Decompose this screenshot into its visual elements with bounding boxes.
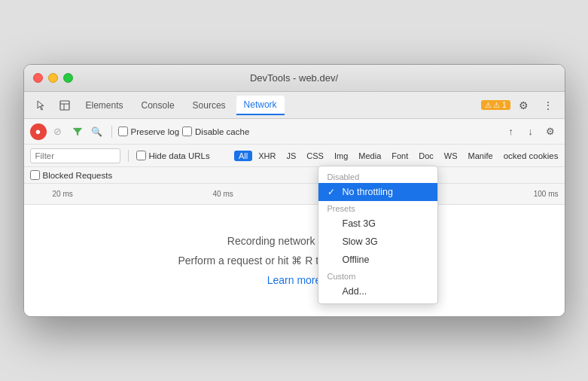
dropdown-item-slow-3g[interactable]: Slow 3G	[318, 233, 437, 251]
upload-icon: ↑	[508, 126, 513, 137]
badge-count: ⚠ 1	[493, 101, 506, 109]
warning-icon: ⚠	[485, 101, 492, 109]
timeline-mark: 100 ms	[534, 190, 559, 198]
stop-button[interactable]: ⊘	[50, 123, 66, 140]
stop-icon: ⊘	[53, 126, 62, 137]
hide-data-urls-text: Hide data URLs	[149, 151, 210, 160]
blocked-cookies-text: ocked cookies	[504, 151, 559, 160]
type-filter-img[interactable]: Img	[330, 151, 352, 161]
type-filters: AllXHRJSCSSImgMediaFontDocWSManife	[234, 151, 498, 161]
timeline-mark: 20 ms	[53, 190, 73, 198]
upload-button[interactable]: ↑	[503, 123, 519, 140]
search-icon: 🔍	[91, 126, 102, 137]
type-filter-media[interactable]: Media	[354, 151, 385, 161]
dropdown-section-label: Disabled	[318, 169, 437, 183]
filter-divider	[128, 150, 129, 162]
dropdown-item-addadd[interactable]: Add...	[318, 282, 437, 300]
tab-console[interactable]: Console	[134, 96, 182, 115]
settings-tab-icon[interactable]: ⚙	[513, 95, 535, 116]
blocked-requests-row: Blocked Requests	[24, 167, 565, 184]
toolbar: ● ⊘ 🔍 Preserve log Disable cache	[24, 119, 565, 145]
content-area: Recording network activity… Perform a re…	[24, 205, 565, 316]
blocked-requests-label: Blocked Requests	[43, 171, 113, 180]
dropdown-item-fast-3g[interactable]: Fast 3G	[318, 215, 437, 233]
throttle-settings-icon: ⚙	[546, 126, 555, 137]
record-icon: ●	[35, 126, 41, 137]
title-bar: DevTools - web.dev/	[24, 65, 565, 92]
type-filter-ws[interactable]: WS	[440, 151, 462, 161]
disable-cache-label[interactable]: Disable cache	[182, 126, 249, 136]
type-filter-css[interactable]: CSS	[302, 151, 328, 161]
dropdown-item-label: No throttling	[343, 187, 393, 197]
toolbar-divider-1	[111, 126, 112, 138]
tab-network[interactable]: Network	[236, 96, 285, 115]
devtools-body: ● ⊘ 🔍 Preserve log Disable cache	[24, 119, 565, 316]
filter-input[interactable]	[30, 148, 120, 163]
timeline-marks: 20 ms40 ms60 ms100 ms	[30, 190, 559, 198]
minimize-button[interactable]	[48, 73, 58, 83]
more-tab-icon[interactable]: ⋮	[538, 95, 559, 116]
type-filter-font[interactable]: Font	[387, 151, 413, 161]
type-filter-js[interactable]: JS	[282, 151, 301, 161]
throttle-dropdown[interactable]: Disabled✓No throttlingPresetsFast 3GSlow…	[318, 166, 438, 304]
preserve-log-text: Preserve log	[131, 127, 180, 136]
tab-right-icons: ⚠ ⚠ 1 ⚙ ⋮	[481, 95, 558, 116]
download-button[interactable]: ↓	[522, 123, 539, 140]
window-title: DevTools - web.dev/	[250, 72, 338, 84]
dropdown-item-label: Slow 3G	[343, 236, 378, 247]
timeline-mark: 40 ms	[213, 190, 233, 198]
tab-sources[interactable]: Sources	[185, 96, 233, 115]
traffic-lights	[33, 73, 73, 83]
filter-button[interactable]	[69, 123, 86, 140]
dropdown-item-label: Offline	[343, 255, 370, 265]
timeline-header: 20 ms40 ms60 ms100 ms	[24, 184, 565, 205]
record-button[interactable]: ●	[30, 123, 47, 140]
maximize-button[interactable]	[63, 73, 73, 83]
check-icon: ✓	[328, 187, 338, 197]
dropdown-section-label: Custom	[318, 269, 437, 282]
type-filter-xhr[interactable]: XHR	[254, 151, 280, 161]
hide-data-urls-checkbox[interactable]	[136, 151, 146, 160]
type-filter-doc[interactable]: Doc	[414, 151, 438, 161]
svg-rect-0	[60, 101, 69, 110]
tabs-bar: Elements Console Sources Network ⚠ ⚠ 1 ⚙…	[24, 92, 565, 119]
hide-data-urls-label[interactable]: Hide data URLs	[136, 151, 210, 160]
download-icon: ↓	[528, 126, 533, 137]
preserve-log-checkbox[interactable]	[118, 126, 128, 136]
tab-elements[interactable]: Elements	[78, 96, 131, 115]
dropdown-item-offline[interactable]: Offline	[318, 251, 437, 269]
dropdown-item-no-throttling[interactable]: ✓No throttling	[318, 183, 437, 201]
disable-cache-text: Disable cache	[195, 127, 249, 136]
filter-icon	[72, 126, 83, 137]
type-filter-manife[interactable]: Manife	[464, 151, 498, 161]
filter-bar: Hide data URLs AllXHRJSCSSImgMediaFontDo…	[24, 145, 565, 167]
type-filter-all[interactable]: All	[234, 151, 252, 161]
filter-right: AllXHRJSCSSImgMediaFontDocWSManife ocked…	[234, 151, 558, 161]
disable-cache-checkbox[interactable]	[182, 126, 192, 136]
warning-badge[interactable]: ⚠ ⚠ 1	[481, 100, 510, 110]
dropdown-item-label: Add...	[343, 286, 367, 297]
panel-icon[interactable]	[54, 95, 75, 116]
close-button[interactable]	[33, 73, 43, 83]
blocked-requests-checkbox[interactable]	[30, 170, 40, 180]
cursor-icon[interactable]	[30, 95, 51, 116]
dropdown-item-label: Fast 3G	[343, 218, 376, 229]
dropdown-section-label: Presets	[318, 201, 437, 215]
throttle-settings-button[interactable]: ⚙	[542, 123, 559, 140]
search-button[interactable]: 🔍	[89, 123, 105, 140]
learn-more-link[interactable]: Learn more	[267, 274, 321, 286]
preserve-log-label[interactable]: Preserve log	[118, 126, 180, 136]
